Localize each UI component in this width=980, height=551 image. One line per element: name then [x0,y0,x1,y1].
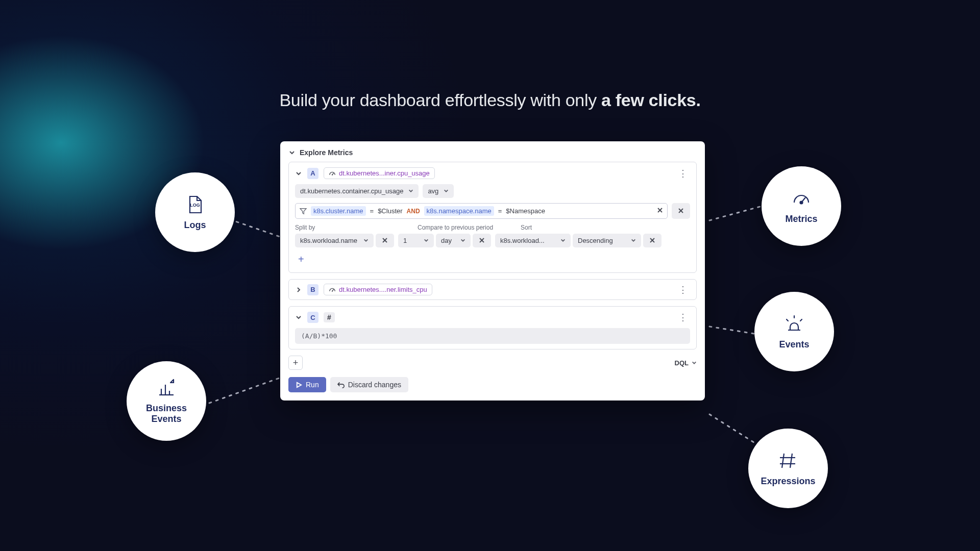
gauge-icon [329,170,336,177]
more-menu-button[interactable] [675,284,690,295]
sort-label: Sort [521,224,597,231]
gauge-icon [329,286,336,293]
bubble-events: Events [754,292,834,371]
remove-sort-button[interactable] [643,234,662,247]
chevron-down-icon [288,149,296,156]
connector-line [204,372,286,408]
more-menu-button[interactable] [675,168,690,179]
expression-icon: # [324,312,335,322]
query-section-c: C # (A/B)*100 [288,306,697,349]
remove-filter-button[interactable] [672,203,690,219]
compare-unit-select[interactable]: day [436,234,471,247]
svg-line-2 [709,205,766,220]
svg-line-19 [332,289,334,291]
headline: Build your dashboard effortlessly with o… [279,90,700,110]
query-badge-c: C [307,312,318,323]
play-icon [296,382,302,388]
svg-line-24 [782,454,784,468]
svg-line-6 [332,173,334,175]
bubble-metrics: Metrics [762,166,841,246]
hash-icon [778,450,798,473]
chevron-right-icon[interactable] [295,286,302,293]
chevron-down-icon[interactable] [295,314,302,321]
add-query-button[interactable]: + [288,356,303,370]
split-by-select[interactable]: k8s.workload.name [295,234,374,247]
query-section-b: B dt.kubernetes....ner.limits_cpu [288,279,697,300]
aggregation-select[interactable]: avg [423,184,454,198]
logs-icon: LOG [185,194,205,217]
chevron-down-icon [408,187,413,195]
svg-line-0 [230,219,286,239]
svg-line-3 [709,327,761,335]
chart-icon [156,378,177,400]
compare-number-select[interactable]: 1 [398,234,434,247]
panel-title: Explore Metrics [300,148,353,157]
svg-line-1 [209,378,281,403]
filter-input[interactable]: k8s.cluster.name = $Cluster AND k8s.name… [295,203,668,219]
undo-icon [337,381,345,388]
query-badge-a: A [307,168,318,179]
metric-pill-b[interactable]: dt.kubernetes....ner.limits_cpu [324,284,432,295]
remove-split-button[interactable] [376,234,394,247]
svg-text:LOG: LOG [190,203,200,208]
clear-filter-icon[interactable] [657,207,663,215]
discard-button[interactable]: Discard changes [330,377,408,392]
connector-line [704,199,771,224]
bubble-expressions: Expressions [748,429,828,508]
remove-compare-button[interactable] [473,234,491,247]
svg-line-25 [790,454,792,468]
svg-line-23 [801,197,805,203]
explore-metrics-panel: Explore Metrics A dt.kubernetes...iner.c… [280,141,705,400]
alert-icon [784,314,804,336]
svg-marker-20 [297,382,301,387]
svg-marker-7 [300,208,306,214]
compare-label: Compare to previous period [418,224,513,231]
sort-direction-select[interactable]: Descending [573,234,641,247]
chevron-down-icon[interactable] [295,170,302,177]
split-by-label: Split by [295,224,410,231]
expression-input[interactable]: (A/B)*100 [295,328,690,344]
run-button[interactable]: Run [288,377,326,392]
query-section-a: A dt.kubernetes...iner.cpu_usage dt.kube… [288,162,697,273]
panel-header[interactable]: Explore Metrics [288,148,697,157]
more-menu-button[interactable] [675,312,690,323]
add-clause-button[interactable]: + [295,252,307,267]
dql-toggle[interactable]: DQL [675,359,697,367]
query-badge-b: B [307,284,318,295]
metric-pill-a[interactable]: dt.kubernetes...iner.cpu_usage [324,167,435,179]
sort-field-select[interactable]: k8s.workload... [495,234,571,247]
metric-select[interactable]: dt.kubernetes.container.cpu_usage [295,184,419,198]
filter-icon [300,208,307,215]
bubble-logs: LOG Logs [155,172,235,252]
gauge-icon [791,188,812,211]
bubble-business-events: BusinessEvents [127,361,206,441]
chevron-down-icon [444,187,449,195]
